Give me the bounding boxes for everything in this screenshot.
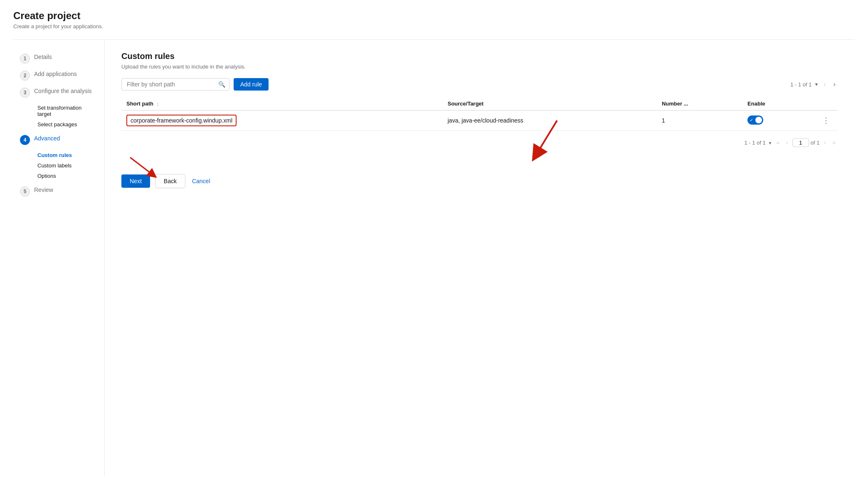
- step-label-4: Advanced: [34, 135, 60, 143]
- sidebar-step-4[interactable]: 4 Advanced: [13, 131, 104, 148]
- search-icon: 🔍: [218, 81, 225, 88]
- table-body: corporate-framework-config.windup.xml ja…: [121, 110, 838, 131]
- col-header-actions: [814, 97, 838, 110]
- next-button[interactable]: Next: [121, 174, 150, 188]
- chevron-down-icon: ▼: [814, 82, 819, 87]
- rules-table: Short path ↕ Source/Target Number ... En…: [121, 97, 838, 131]
- svg-line-1: [130, 157, 153, 175]
- top-pagination-info: 1 - 1 of 1: [790, 81, 811, 88]
- table-header: Short path ↕ Source/Target Number ... En…: [121, 97, 838, 110]
- sidebar-step-3[interactable]: 3 Configure the analysis: [13, 84, 104, 101]
- short-path-value: corporate-framework-config.windup.xml: [126, 115, 237, 126]
- prev-page-button-top[interactable]: ‹: [821, 80, 828, 89]
- toolbar-left: 🔍 Add rule: [121, 78, 269, 91]
- number-cell: 1: [657, 110, 742, 131]
- page-number-input[interactable]: [792, 138, 809, 147]
- row-actions-cell: ⋮: [814, 110, 838, 131]
- back-button[interactable]: Back: [155, 174, 185, 188]
- section-title: Custom rules: [121, 52, 838, 61]
- toolbar: 🔍 Add rule 1 - 1 of 1 ▼ ‹ ›: [121, 78, 838, 91]
- step-num-3: 3: [20, 88, 30, 98]
- sidebar-step-2[interactable]: 2 Add applications: [13, 67, 104, 84]
- short-path-cell: corporate-framework-config.windup.xml: [121, 110, 443, 131]
- col-header-number: Number ...: [657, 97, 742, 110]
- overlay-annotations: [0, 0, 868, 486]
- enable-toggle[interactable]: ✓: [747, 115, 763, 125]
- sidebar-step-1[interactable]: 1 Details: [13, 50, 104, 67]
- sidebar-item-options[interactable]: Options: [34, 171, 98, 181]
- filter-wrapper: 🔍: [121, 78, 229, 91]
- enable-toggle-wrapper: ✓: [747, 115, 763, 125]
- sidebar-sub-3: Set transformation target Select package…: [13, 101, 104, 131]
- sidebar-sub-4: Custom rules Custom labels Options: [13, 148, 104, 183]
- sidebar-item-set-transformation[interactable]: Set transformation target: [34, 103, 98, 119]
- back-button-wrapper: Back: [155, 174, 185, 188]
- bottom-pagination-range: 1 - 1 of 1 ▼: [745, 140, 772, 146]
- row-actions-menu-icon[interactable]: ⋮: [819, 115, 833, 125]
- bottom-pagination: 1 - 1 of 1 ▼ « ‹ of 1 › »: [121, 137, 838, 147]
- footer-actions: Next Back Cancel: [121, 167, 838, 188]
- step-label-1: Details: [34, 53, 52, 61]
- sidebar-item-select-packages[interactable]: Select packages: [34, 119, 98, 130]
- pagination-dropdown-icon: ▼: [768, 141, 772, 145]
- prev-page-button[interactable]: ‹: [784, 137, 791, 147]
- toggle-check-icon: ✓: [750, 117, 753, 123]
- step-num-4: 4: [20, 135, 30, 145]
- next-page-button-top[interactable]: ›: [831, 80, 838, 89]
- step-num-1: 1: [20, 54, 30, 64]
- next-page-button[interactable]: ›: [821, 137, 829, 147]
- source-target-cell: java, java-ee/cloud-readiness: [443, 110, 657, 131]
- sidebar-item-custom-rules[interactable]: Custom rules: [34, 150, 98, 160]
- filter-input[interactable]: [121, 78, 229, 91]
- section-desc: Upload the rules you want to include in …: [121, 64, 838, 70]
- arrow-svg-toggle: [0, 0, 868, 486]
- toggle-knob: [755, 117, 762, 123]
- col-header-short-path: Short path ↕: [121, 97, 443, 110]
- step-num-5: 5: [20, 187, 30, 196]
- toolbar-right: 1 - 1 of 1 ▼ ‹ ›: [790, 80, 838, 89]
- add-rule-button[interactable]: Add rule: [234, 78, 269, 91]
- page-title: Create project: [13, 10, 855, 22]
- step-label-2: Add applications: [34, 70, 77, 79]
- main-content: Custom rules Upload the rules you want t…: [105, 40, 855, 476]
- sort-icon[interactable]: ↕: [157, 101, 159, 106]
- last-page-button[interactable]: »: [830, 137, 838, 147]
- sidebar-step-5[interactable]: 5 Review: [13, 183, 104, 200]
- of-page-label: of 1: [811, 140, 820, 146]
- sidebar: 1 Details 2 Add applications 3 Configure…: [13, 40, 105, 476]
- sidebar-item-custom-labels[interactable]: Custom labels: [34, 160, 98, 171]
- table-row: corporate-framework-config.windup.xml ja…: [121, 110, 838, 131]
- col-header-source: Source/Target: [443, 97, 657, 110]
- step-label-3: Configure the analysis: [34, 87, 92, 96]
- first-page-button[interactable]: «: [774, 137, 782, 147]
- page-header: Create project Create a project for your…: [13, 10, 855, 39]
- col-header-enable: Enable: [742, 97, 814, 110]
- step-num-2: 2: [20, 71, 30, 81]
- enable-cell: ✓: [742, 110, 814, 131]
- step-label-5: Review: [34, 186, 53, 194]
- cancel-button[interactable]: Cancel: [190, 174, 212, 188]
- page-subtitle: Create a project for your applications.: [13, 23, 855, 29]
